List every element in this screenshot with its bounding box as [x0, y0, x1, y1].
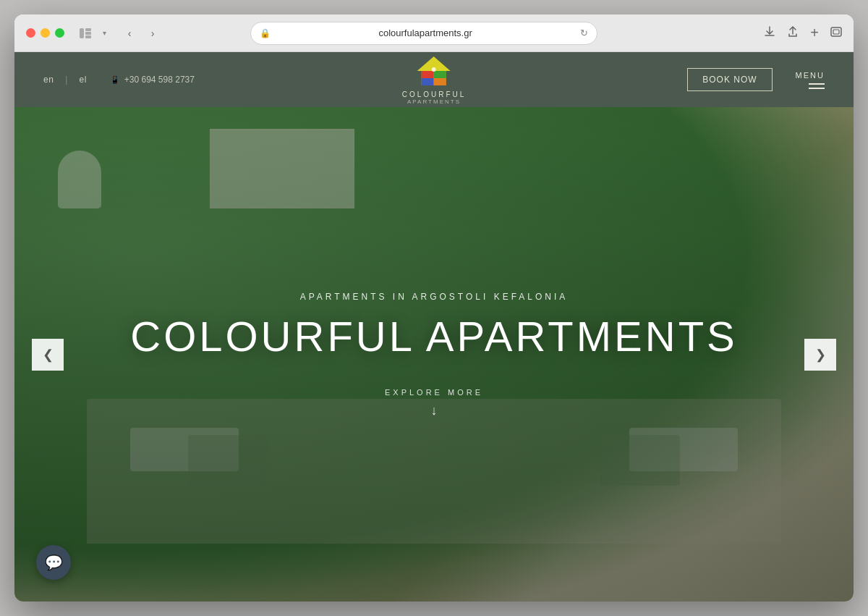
site-header: en | el 📱 +30 694 598 2737 — [14, 52, 854, 107]
slider-prev-button[interactable]: ❮ — [32, 339, 64, 371]
chat-button[interactable]: 💬 — [36, 545, 71, 580]
svg-rect-0 — [80, 28, 84, 38]
menu-label: MENU — [796, 71, 825, 80]
download-button[interactable] — [764, 26, 775, 41]
traffic-light-green[interactable] — [55, 28, 64, 38]
sidebar-toggle-icon[interactable] — [79, 27, 92, 40]
new-tab-button[interactable]: + — [810, 25, 819, 41]
window-controls: ▾ — [79, 27, 111, 40]
lang-divider: | — [65, 75, 67, 85]
traffic-light-yellow[interactable] — [41, 28, 50, 38]
lang-el[interactable]: el — [79, 75, 86, 85]
traffic-light-red[interactable] — [26, 28, 35, 38]
phone-number[interactable]: +30 694 598 2737 — [124, 75, 195, 85]
back-button[interactable]: ‹ — [119, 23, 140, 43]
hero-section: APARTMENTS IN ARGOSTOLI KEFALONIA COLOUR… — [14, 107, 854, 602]
browser-actions: + — [764, 25, 842, 41]
browser-chrome: ▾ ‹ › 🔒 colourfulapartments.gr ↻ + — [14, 14, 854, 52]
svg-rect-4 — [831, 28, 841, 36]
tabs-overview-button[interactable] — [830, 27, 842, 40]
header-left: en | el 📱 +30 694 598 2737 — [43, 75, 195, 85]
share-button[interactable] — [787, 26, 799, 41]
header-logo[interactable]: COLOURFUL APARTMENTS — [402, 55, 467, 105]
menu-button[interactable]: MENU — [796, 71, 825, 89]
hero-title: COLOURFUL APARTMENTS — [130, 313, 738, 360]
logo-subtext: APARTMENTS — [407, 98, 461, 105]
address-bar[interactable]: 🔒 colourfulapartments.gr ↻ — [250, 22, 597, 45]
forward-button[interactable]: › — [142, 23, 163, 43]
chevron-down-icon[interactable]: ▾ — [98, 27, 111, 40]
svg-rect-5 — [833, 30, 839, 34]
nav-buttons: ‹ › — [119, 23, 163, 43]
explore-label: EXPLORE MORE — [385, 388, 483, 397]
phone-area: 📱 +30 694 598 2737 — [110, 75, 195, 85]
explore-more-button[interactable]: EXPLORE MORE ↓ — [385, 388, 483, 417]
refresh-icon[interactable]: ↻ — [580, 28, 588, 38]
url-text: colourfulapartments.gr — [275, 28, 576, 38]
slider-next-button[interactable]: ❯ — [804, 339, 836, 371]
lock-icon: 🔒 — [260, 28, 271, 38]
svg-rect-9 — [434, 71, 446, 78]
svg-rect-11 — [434, 78, 446, 85]
traffic-lights — [26, 28, 64, 38]
browser-window: ▾ ‹ › 🔒 colourfulapartments.gr ↻ + — [14, 14, 854, 602]
lang-en[interactable]: en — [43, 75, 54, 85]
header-right: Book now MENU — [687, 68, 825, 91]
book-now-button[interactable]: Book now — [687, 68, 772, 91]
chat-icon: 💬 — [45, 554, 63, 571]
svg-rect-8 — [422, 71, 434, 78]
logo-icon — [416, 55, 452, 90]
svg-point-12 — [432, 67, 436, 72]
svg-rect-1 — [85, 28, 91, 31]
explore-arrow-icon: ↓ — [431, 404, 438, 417]
hero-subtitle: APARTMENTS IN ARGOSTOLI KEFALONIA — [300, 292, 569, 302]
svg-rect-2 — [85, 32, 91, 35]
phone-icon: 📱 — [110, 75, 120, 85]
logo-text: COLOURFUL — [402, 90, 467, 98]
hero-content: APARTMENTS IN ARGOSTOLI KEFALONIA COLOUR… — [14, 107, 854, 602]
svg-rect-3 — [85, 35, 91, 38]
svg-rect-10 — [422, 78, 434, 85]
website: en | el 📱 +30 694 598 2737 — [14, 52, 854, 602]
menu-lines-icon — [809, 83, 825, 89]
